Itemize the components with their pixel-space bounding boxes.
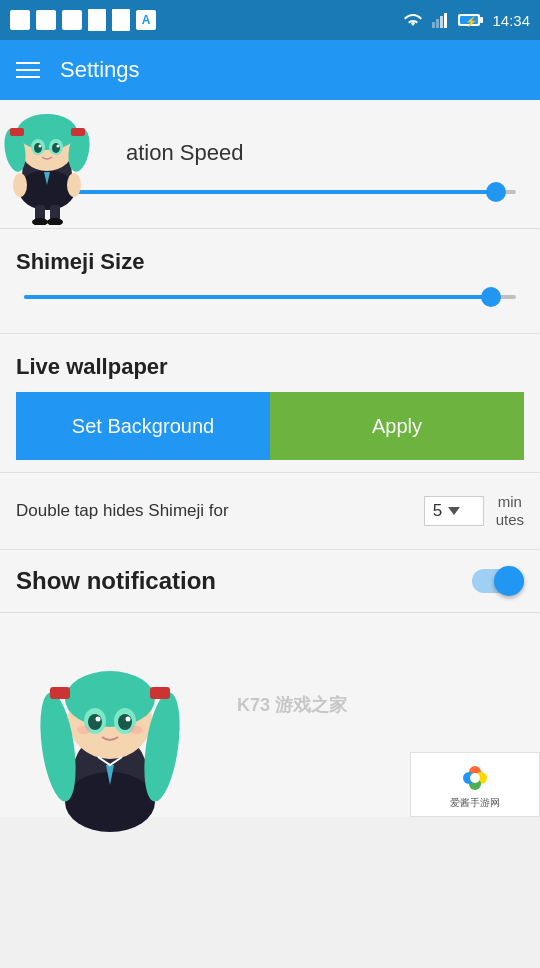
aijiang-logo-icon <box>457 760 493 796</box>
divider-2 <box>0 333 540 334</box>
show-notification-label: Show notification <box>16 567 216 595</box>
svg-rect-1 <box>436 19 439 28</box>
svg-point-39 <box>118 714 132 730</box>
toggle-thumb <box>494 566 524 596</box>
svg-point-42 <box>77 726 91 734</box>
svg-point-11 <box>17 114 77 150</box>
status-icon-3 <box>62 10 82 30</box>
shimeji-size-title: Shimeji Size <box>16 249 524 275</box>
hamburger-menu-button[interactable] <box>16 62 40 78</box>
status-icon-a: A <box>136 10 156 30</box>
signal-icon <box>432 12 450 28</box>
aijiang-badge: 爱酱手游网 <box>410 752 540 817</box>
svg-point-23 <box>67 173 81 197</box>
wallpaper-button-row: Set Background Apply <box>16 392 524 460</box>
svg-rect-15 <box>71 128 85 136</box>
shimeji-size-slider-container <box>16 295 524 299</box>
k73-watermark: K73 游戏之家 <box>237 693 347 717</box>
settings-content: ation Speed Shimeji Size Live wallpaper … <box>0 100 540 817</box>
shimeji-size-slider-fill <box>24 295 491 299</box>
svg-point-43 <box>129 726 143 734</box>
divider-4 <box>0 549 540 550</box>
page-title: Settings <box>60 57 140 83</box>
svg-point-38 <box>88 714 102 730</box>
divider-5 <box>0 612 540 613</box>
hamburger-line-2 <box>16 69 40 71</box>
status-icon-book1 <box>88 9 106 31</box>
battery-icon: ⚡ <box>458 12 484 28</box>
divider-3 <box>0 472 540 473</box>
svg-rect-0 <box>432 22 435 28</box>
svg-point-22 <box>13 173 27 197</box>
hamburger-line-3 <box>16 76 40 78</box>
apply-button[interactable]: Apply <box>270 392 524 460</box>
dropdown-arrow-icon <box>448 507 460 515</box>
double-tap-label: Double tap hides Shimeji for <box>16 501 416 521</box>
svg-rect-34 <box>50 687 70 699</box>
chibi-character-bottom-svg <box>30 647 190 847</box>
status-bar: A ⚡ 14:34 <box>0 0 540 40</box>
svg-point-19 <box>52 143 60 153</box>
status-icon-1 <box>10 10 30 30</box>
minutes-unit-label: minutes <box>496 493 524 529</box>
show-notification-toggle[interactable] <box>472 566 524 596</box>
shimeji-character-top <box>0 100 100 230</box>
status-icons: A <box>10 9 156 31</box>
svg-point-48 <box>470 773 480 783</box>
top-bar: Settings <box>0 40 540 100</box>
svg-rect-14 <box>10 128 24 136</box>
svg-rect-35 <box>150 687 170 699</box>
svg-point-18 <box>34 143 42 153</box>
svg-point-40 <box>96 717 101 722</box>
svg-point-20 <box>39 145 42 148</box>
svg-rect-3 <box>444 13 447 28</box>
live-wallpaper-title: Live wallpaper <box>16 354 524 380</box>
minutes-dropdown[interactable]: 5 <box>424 496 484 526</box>
status-right: ⚡ 14:34 <box>402 12 530 29</box>
double-tap-section: Double tap hides Shimeji for 5 minutes <box>0 477 540 545</box>
svg-rect-5 <box>480 17 483 23</box>
shimeji-size-section: Shimeji Size <box>0 233 540 329</box>
hamburger-line-1 <box>16 62 40 64</box>
status-icon-book2 <box>112 9 130 31</box>
svg-point-41 <box>126 717 131 722</box>
animation-speed-slider-thumb[interactable] <box>486 182 506 202</box>
set-background-button[interactable]: Set Background <box>16 392 270 460</box>
aijiang-label: 爱酱手游网 <box>450 796 500 810</box>
svg-point-27 <box>47 218 63 225</box>
show-notification-section: Show notification <box>0 554 540 608</box>
minutes-value: 5 <box>433 501 442 521</box>
live-wallpaper-section: Live wallpaper Set Background Apply <box>0 338 540 468</box>
status-icon-2 <box>36 10 56 30</box>
shimeji-size-slider-thumb[interactable] <box>481 287 501 307</box>
shimeji-size-slider-track <box>24 295 516 299</box>
chibi-character-svg <box>0 100 95 225</box>
wifi-icon <box>402 12 424 28</box>
svg-point-21 <box>57 145 60 148</box>
svg-point-31 <box>65 671 155 727</box>
time-display: 14:34 <box>492 12 530 29</box>
bottom-character-area: K73 游戏之家 爱酱手游网 <box>0 617 540 817</box>
svg-rect-2 <box>440 16 443 28</box>
svg-point-26 <box>32 218 48 225</box>
svg-text:⚡: ⚡ <box>465 15 478 28</box>
